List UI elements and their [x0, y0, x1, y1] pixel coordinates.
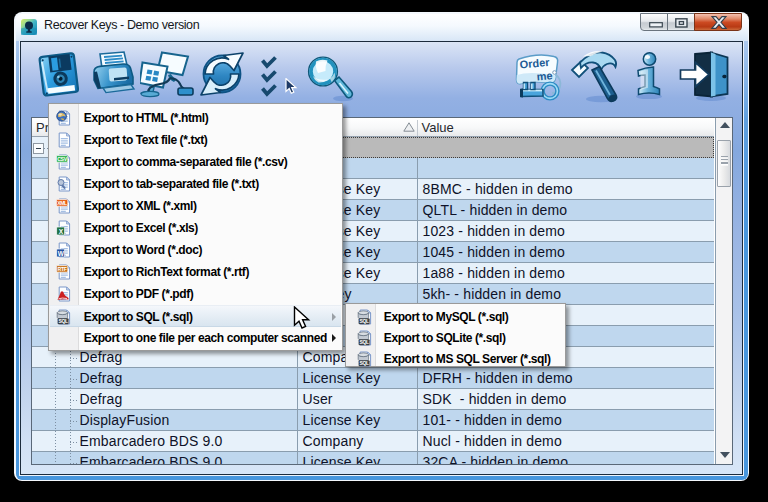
svg-text:SQL: SQL: [359, 318, 368, 324]
svg-text:SQL: SQL: [359, 360, 368, 366]
svg-text:CSV: CSV: [57, 156, 67, 162]
svg-text:SQL: SQL: [359, 339, 368, 345]
svg-text:XML: XML: [57, 200, 68, 206]
svg-text:SQL: SQL: [58, 318, 67, 324]
svg-text:RTF: RTF: [57, 266, 66, 272]
svg-text:me: me: [536, 69, 553, 82]
